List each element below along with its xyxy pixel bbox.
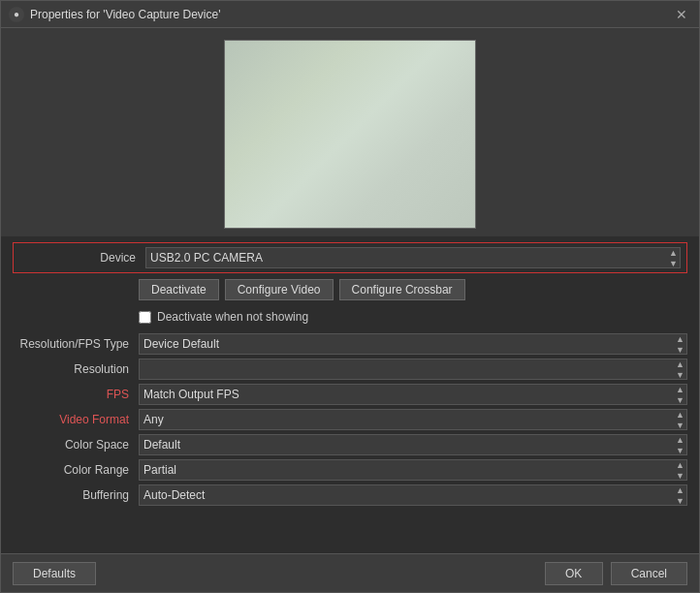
title-bar: ● Properties for 'Video Capture Device' … [1,1,699,28]
fps-row: FPS Match Output FPS ▲▼ [13,382,687,407]
fps-select[interactable]: Match Output FPS [139,384,687,405]
window-icon: ● [9,7,24,22]
cancel-button[interactable]: Cancel [611,562,687,585]
video-format-wrapper: Any ▲▼ [139,409,687,430]
resolution-label: Resolution [13,362,139,376]
close-button[interactable]: ✕ [672,5,691,24]
deactivate-checkbox-label: Deactivate when not showing [157,310,308,324]
color-space-wrapper: Default ▲▼ [139,434,687,455]
color-range-label: Color Range [13,463,139,477]
buffering-wrapper: Auto-Detect ▲▼ [139,484,687,506]
deactivate-checkbox-row: Deactivate when not showing [139,308,308,326]
resolution-select[interactable] [139,359,687,380]
defaults-button[interactable]: Defaults [13,562,96,585]
res-fps-type-row: Resolution/FPS Type Device Default ▲▼ [13,331,687,357]
deactivate-button[interactable]: Deactivate [139,279,219,300]
device-select-wrapper: USB2.0 PC CAMERA ▲▼ [145,247,681,268]
preview-area [1,28,699,236]
resolution-wrapper: ▲▼ [139,359,687,380]
res-fps-type-label: Resolution/FPS Type [13,337,139,351]
fps-label: FPS [13,388,139,401]
action-buttons: Deactivate Configure Video Configure Cro… [139,277,465,302]
configure-video-button[interactable]: Configure Video [225,279,334,300]
video-format-label: Video Format [13,413,139,426]
color-range-wrapper: Partial ▲▼ [139,459,687,481]
buffering-label: Buffering [13,488,139,502]
deactivate-checkbox[interactable] [139,311,151,324]
footer-right: OK Cancel [545,562,687,585]
device-row-wrapper: Device USB2.0 PC CAMERA ▲▼ [13,242,687,273]
checkbox-row: Deactivate when not showing [13,304,687,329]
res-fps-type-wrapper: Device Default ▲▼ [139,333,687,355]
color-range-select[interactable]: Partial [139,459,687,481]
ok-button[interactable]: OK [545,562,603,585]
device-label: Device [19,251,145,265]
color-space-row: Color Space Default ▲▼ [13,432,687,457]
color-space-select[interactable]: Default [139,434,687,455]
footer-left: Defaults [13,562,96,585]
settings-area: Device USB2.0 PC CAMERA ▲▼ Deactivate [1,236,699,553]
window-title: Properties for 'Video Capture Device' [30,8,672,21]
buffering-select[interactable]: Auto-Detect [139,484,687,506]
video-preview [224,40,476,229]
configure-crossbar-button[interactable]: Configure Crossbar [339,279,465,300]
main-window: ● Properties for 'Video Capture Device' … [0,0,700,593]
content-area: Device USB2.0 PC CAMERA ▲▼ Deactivate [1,28,699,553]
footer: Defaults OK Cancel [1,553,699,592]
color-space-label: Color Space [13,438,139,452]
fps-wrapper: Match Output FPS ▲▼ [139,384,687,405]
buffering-row: Buffering Auto-Detect ▲▼ [13,483,687,508]
res-fps-type-select[interactable]: Device Default [139,333,687,355]
device-row: Device USB2.0 PC CAMERA ▲▼ [19,247,681,268]
video-format-row: Video Format Any ▲▼ [13,407,687,432]
device-select[interactable]: USB2.0 PC CAMERA [145,247,681,268]
color-range-row: Color Range Partial ▲▼ [13,457,687,483]
resolution-row: Resolution ▲▼ [13,357,687,382]
video-format-select[interactable]: Any [139,409,687,430]
buttons-row: Deactivate Configure Video Configure Cro… [13,277,687,302]
